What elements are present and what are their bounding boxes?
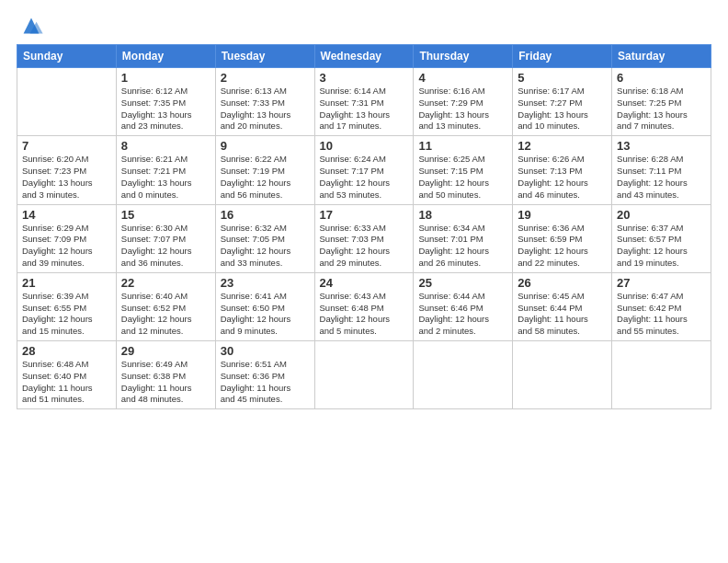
calendar-cell: 11Sunrise: 6:25 AMSunset: 7:15 PMDayligh… — [414, 136, 513, 204]
calendar-cell: 28Sunrise: 6:48 AMSunset: 6:40 PMDayligh… — [17, 341, 117, 409]
day-info-line: Sunrise: 6:47 AM — [617, 291, 706, 303]
day-info-line: Daylight: 11 hours — [221, 383, 310, 395]
calendar-cell — [414, 341, 513, 409]
calendar-cell: 30Sunrise: 6:51 AMSunset: 6:36 PMDayligh… — [215, 341, 314, 409]
day-info-line: Sunrise: 6:26 AM — [518, 154, 607, 166]
calendar-cell: 9Sunrise: 6:22 AMSunset: 7:19 PMDaylight… — [215, 136, 314, 204]
day-info-line: and 15 minutes. — [22, 326, 111, 338]
day-info-line: and 58 minutes. — [518, 326, 607, 338]
day-info-line: Sunrise: 6:17 AM — [518, 86, 607, 98]
day-number: 1 — [121, 71, 210, 85]
calendar-cell: 6Sunrise: 6:18 AMSunset: 7:25 PMDaylight… — [612, 68, 711, 136]
day-number: 12 — [518, 139, 607, 153]
calendar-cell: 14Sunrise: 6:29 AMSunset: 7:09 PMDayligh… — [17, 204, 117, 272]
day-info-line: Sunrise: 6:33 AM — [320, 223, 409, 235]
day-info-line: Sunset: 6:50 PM — [221, 303, 310, 315]
calendar-cell: 25Sunrise: 6:44 AMSunset: 6:46 PMDayligh… — [414, 272, 513, 340]
day-info-line: Sunset: 6:36 PM — [221, 371, 310, 383]
day-info-line: Daylight: 11 hours — [518, 314, 607, 326]
day-info-line: Sunset: 7:35 PM — [121, 98, 210, 109]
calendar-cell: 12Sunrise: 6:26 AMSunset: 7:13 PMDayligh… — [513, 136, 612, 204]
day-info-line: Daylight: 12 hours — [221, 178, 310, 190]
calendar-header-thursday: Thursday — [414, 45, 513, 68]
day-info-line: Sunrise: 6:21 AM — [121, 154, 210, 166]
calendar-cell: 13Sunrise: 6:28 AMSunset: 7:11 PMDayligh… — [612, 136, 711, 204]
day-number: 3 — [320, 71, 409, 85]
day-info-line: Sunset: 6:44 PM — [518, 303, 607, 315]
day-number: 2 — [221, 71, 310, 85]
day-info-line: and 53 minutes. — [320, 190, 409, 201]
day-info-line: Sunset: 6:59 PM — [518, 234, 607, 246]
day-number: 8 — [121, 139, 210, 153]
day-info-line: Sunset: 7:25 PM — [617, 98, 706, 109]
calendar-cell: 5Sunrise: 6:17 AMSunset: 7:27 PMDaylight… — [513, 68, 612, 136]
day-number: 6 — [617, 71, 706, 85]
day-info-line: Sunrise: 6:51 AM — [221, 359, 310, 371]
day-info-line: and 19 minutes. — [617, 258, 706, 270]
day-info-line: Sunrise: 6:30 AM — [121, 223, 210, 235]
calendar-cell: 22Sunrise: 6:40 AMSunset: 6:52 PMDayligh… — [116, 272, 215, 340]
day-info-line: Sunset: 7:23 PM — [22, 166, 111, 178]
day-info-line: Sunset: 6:55 PM — [22, 303, 111, 315]
day-info-line: and 26 minutes. — [418, 258, 507, 270]
day-info-line: and 51 minutes. — [22, 394, 111, 406]
day-info-line: Daylight: 12 hours — [518, 178, 607, 190]
day-number: 24 — [320, 276, 409, 290]
day-info-line: Sunrise: 6:48 AM — [22, 359, 111, 371]
day-info-line: Daylight: 13 hours — [221, 109, 310, 121]
calendar-cell: 17Sunrise: 6:33 AMSunset: 7:03 PMDayligh… — [314, 204, 414, 272]
day-info-line: Daylight: 11 hours — [617, 314, 706, 326]
day-info-line: Daylight: 13 hours — [121, 109, 210, 121]
calendar-header-saturday: Saturday — [612, 45, 711, 68]
calendar-cell: 23Sunrise: 6:41 AMSunset: 6:50 PMDayligh… — [215, 272, 314, 340]
calendar-cell: 10Sunrise: 6:24 AMSunset: 7:17 PMDayligh… — [314, 136, 414, 204]
day-info-line: and 3 minutes. — [22, 190, 111, 201]
day-number: 17 — [320, 208, 409, 222]
calendar-cell — [612, 341, 711, 409]
day-info-line: and 45 minutes. — [221, 394, 310, 406]
day-info-line: and 17 minutes. — [320, 121, 409, 132]
day-number: 20 — [617, 208, 706, 222]
day-info-line: and 12 minutes. — [121, 326, 210, 338]
day-number: 28 — [22, 344, 111, 358]
day-info-line: Sunset: 6:38 PM — [121, 371, 210, 383]
day-info-line: Sunrise: 6:49 AM — [121, 359, 210, 371]
day-info-line: Sunset: 6:52 PM — [121, 303, 210, 315]
day-info-line: and 29 minutes. — [320, 258, 409, 270]
day-info-line: Daylight: 12 hours — [22, 314, 111, 326]
calendar-cell: 21Sunrise: 6:39 AMSunset: 6:55 PMDayligh… — [17, 272, 117, 340]
calendar-header-sunday: Sunday — [17, 45, 117, 68]
day-number: 10 — [320, 139, 409, 153]
day-info-line: Sunrise: 6:45 AM — [518, 291, 607, 303]
day-info-line: Sunrise: 6:24 AM — [320, 154, 409, 166]
day-info-line: Sunrise: 6:14 AM — [320, 86, 409, 98]
day-info-line: Sunrise: 6:32 AM — [221, 223, 310, 235]
day-info-line: Sunrise: 6:18 AM — [617, 86, 706, 98]
day-info-line: Sunset: 7:27 PM — [518, 98, 607, 109]
day-number: 22 — [121, 276, 210, 290]
calendar-header-wednesday: Wednesday — [314, 45, 414, 68]
day-number: 27 — [617, 276, 706, 290]
calendar-cell — [513, 341, 612, 409]
calendar-cell — [314, 341, 414, 409]
calendar-cell: 8Sunrise: 6:21 AMSunset: 7:21 PMDaylight… — [116, 136, 215, 204]
logo-icon — [18, 13, 44, 39]
calendar-cell: 19Sunrise: 6:36 AMSunset: 6:59 PMDayligh… — [513, 204, 612, 272]
day-info-line: Sunrise: 6:22 AM — [221, 154, 310, 166]
day-info-line: Sunrise: 6:12 AM — [121, 86, 210, 98]
day-info-line: Sunrise: 6:29 AM — [22, 223, 111, 235]
day-info-line: Sunrise: 6:20 AM — [22, 154, 111, 166]
page: SundayMondayTuesdayWednesdayThursdayFrid… — [0, 0, 728, 563]
day-info-line: and 13 minutes. — [418, 121, 507, 132]
day-info-line: Sunrise: 6:16 AM — [418, 86, 507, 98]
day-number: 5 — [518, 71, 607, 85]
day-info-line: Sunrise: 6:43 AM — [320, 291, 409, 303]
day-info-line: Daylight: 12 hours — [418, 314, 507, 326]
day-info-line: and 23 minutes. — [121, 121, 210, 132]
header — [17, 9, 711, 39]
day-number: 16 — [221, 208, 310, 222]
day-info-line: Daylight: 12 hours — [221, 246, 310, 258]
day-info-line: Sunrise: 6:39 AM — [22, 291, 111, 303]
calendar-cell: 3Sunrise: 6:14 AMSunset: 7:31 PMDaylight… — [314, 68, 414, 136]
day-info-line: and 20 minutes. — [221, 121, 310, 132]
